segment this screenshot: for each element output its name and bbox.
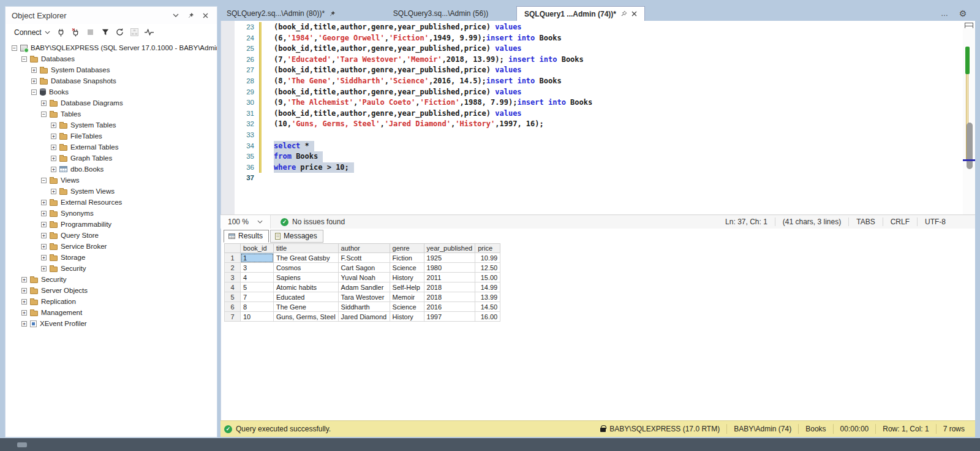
expand-icon[interactable]: +	[31, 67, 37, 73]
grid-cell[interactable]: Cosmos	[274, 263, 339, 273]
grid-cell[interactable]: Atomic habits	[274, 282, 339, 292]
zoom-select[interactable]: 100 %	[221, 215, 271, 229]
collapse-icon[interactable]: −	[31, 89, 37, 95]
expand-icon[interactable]: +	[21, 299, 27, 305]
code-line[interactable]: 24(6,'1984','George Orwell','Fiction',19…	[221, 33, 962, 44]
indent-mode[interactable]: TABS	[848, 218, 882, 226]
expand-icon[interactable]: +	[41, 100, 47, 106]
table-row[interactable]: 710Guns, Germs, SteelJared DiamondHistor…	[225, 312, 500, 322]
code-line[interactable]: 34select *	[221, 141, 962, 152]
filter-icon[interactable]	[99, 27, 111, 38]
tree-item[interactable]: +Service Broker	[6, 241, 217, 252]
code-line[interactable]: 37	[221, 173, 962, 184]
row-header[interactable]: 7	[225, 312, 241, 322]
encoding[interactable]: UTF-8	[917, 218, 953, 226]
disconnect-icon[interactable]	[70, 27, 82, 38]
grid-cell[interactable]: Educated	[274, 292, 339, 302]
tree-item[interactable]: +Graph Tables	[6, 153, 217, 164]
code-line[interactable]: 25(book_id,title,author,genre,year_publi…	[221, 44, 962, 55]
grid-cell[interactable]: Siddharth	[338, 302, 390, 312]
grid-cell[interactable]: The Gene	[274, 302, 339, 312]
tree-item[interactable]: +System Tables	[6, 119, 217, 131]
table-row[interactable]: 11The Great GatsbyF.ScottFiction192510.9…	[225, 253, 500, 263]
tree-item[interactable]: +Server Objects	[6, 285, 217, 296]
expand-icon[interactable]: +	[51, 189, 56, 194]
expand-icon[interactable]: +	[41, 244, 47, 249]
code-line[interactable]: 27(book_id,title,author,genre,year_publi…	[221, 65, 962, 76]
tree-item[interactable]: +Security	[6, 263, 217, 274]
close-tab-icon[interactable]	[631, 11, 637, 17]
code-line[interactable]: 26(7,'Educated','Tara Westover','Memoir'…	[221, 55, 962, 66]
grid-cell[interactable]: 7	[241, 292, 274, 302]
expand-icon[interactable]: +	[41, 266, 47, 271]
grid-cell[interactable]: 15.00	[475, 273, 500, 282]
expand-icon[interactable]: +	[21, 310, 27, 316]
code-line[interactable]: 30(9,'The Alchemist','Paulo Coeto','Fict…	[221, 97, 962, 108]
row-header[interactable]: 5	[225, 292, 241, 302]
pin-icon[interactable]	[329, 10, 336, 17]
tree-item[interactable]: +Storage	[6, 252, 217, 263]
grid-cell[interactable]: 1	[241, 253, 274, 263]
collapse-icon[interactable]: −	[41, 178, 47, 183]
pin-icon[interactable]	[185, 10, 196, 21]
expand-icon[interactable]: +	[41, 200, 47, 205]
code-line[interactable]: 32(10,'Guns, Germs, Steel','Jared Diamon…	[221, 119, 962, 130]
tree-item[interactable]: +External Tables	[6, 142, 217, 153]
tree-item[interactable]: +System Views	[6, 186, 217, 197]
grid-cell[interactable]: 14.99	[475, 282, 500, 292]
grid-cell[interactable]: 10.99	[475, 253, 500, 263]
grid-cell[interactable]: Fiction	[390, 253, 424, 263]
grid-cell[interactable]: Cart Sagon	[338, 263, 390, 273]
line-endings[interactable]: CRLF	[883, 218, 917, 226]
table-row[interactable]: 23CosmosCart SagonScience198012.50	[225, 263, 500, 273]
tab-sqlquery1-active[interactable]: SQLQuery1 ...Admin (74))*	[516, 6, 645, 21]
code-line[interactable]: 35from Books	[221, 151, 962, 162]
tree-item[interactable]: +Database Diagrams	[6, 97, 217, 108]
sql-editor[interactable]: 23(book_id,title,author,genre,year_publi…	[221, 21, 975, 214]
collapse-icon[interactable]: −	[41, 112, 47, 117]
tree-item[interactable]: +Synonyms	[6, 208, 217, 219]
grid-cell[interactable]: 2016	[424, 302, 475, 312]
code-line[interactable]: 23(book_id,title,author,genre,year_publi…	[221, 22, 962, 33]
scrollbar-thumb[interactable]	[967, 123, 973, 169]
activity-monitor-icon[interactable]	[143, 27, 156, 38]
column-header[interactable]: title	[274, 244, 339, 253]
taskbar-app-icon[interactable]	[17, 442, 27, 447]
corner-cell[interactable]	[225, 244, 241, 253]
grid-cell[interactable]: 3	[241, 263, 274, 273]
grid-cell[interactable]: F.Scott	[338, 253, 390, 263]
code-line[interactable]: 29(book_id,title,author,genre,year_publi…	[221, 87, 962, 98]
editor-scrollbar[interactable]	[963, 28, 975, 214]
tree-item[interactable]: +Query Store	[6, 230, 217, 241]
expand-icon[interactable]: +	[21, 288, 27, 294]
grid-cell[interactable]: Adam Sandler	[338, 282, 390, 292]
window-position-icon[interactable]	[170, 10, 181, 21]
tree-item[interactable]: +Management	[6, 307, 217, 318]
grid-cell[interactable]: 1980	[424, 263, 475, 273]
grid-cell[interactable]: Jared Diamond	[338, 312, 390, 322]
expand-icon[interactable]: +	[21, 321, 27, 327]
code-line[interactable]: 36where price > 10;	[221, 162, 962, 173]
code-area[interactable]: 23(book_id,title,author,genre,year_publi…	[221, 22, 962, 184]
row-header[interactable]: 4	[225, 282, 241, 292]
column-header[interactable]: author	[338, 244, 390, 253]
tree-item[interactable]: −Views	[6, 175, 217, 186]
tree-item[interactable]: −Books	[6, 86, 217, 97]
grid-cell[interactable]: 10	[241, 312, 274, 322]
collapse-icon[interactable]: −	[21, 56, 27, 62]
tab-sqlquery2[interactable]: SQLQuery2.sq...\Admin (80))*	[221, 6, 343, 21]
code-line[interactable]: 31(book_id,title,author,genre,year_publi…	[221, 108, 962, 119]
grid-cell[interactable]: 8	[241, 302, 274, 312]
grid-cell[interactable]: Memoir	[390, 292, 424, 302]
code-line[interactable]: 33	[221, 130, 962, 141]
table-row[interactable]: 68The GeneSiddharthScience201614.50	[225, 302, 500, 312]
column-header[interactable]: genre	[390, 244, 424, 253]
column-header[interactable]: price	[475, 244, 500, 253]
grid-cell[interactable]: History	[390, 312, 424, 322]
column-header[interactable]: year_published	[424, 244, 475, 253]
grid-cell[interactable]: 5	[241, 282, 274, 292]
row-header[interactable]: 6	[225, 302, 241, 312]
connect-object-icon[interactable]	[55, 27, 67, 38]
grid-header[interactable]: book_idtitleauthorgenreyear_publishedpri…	[225, 244, 500, 253]
grid-cell[interactable]: The Great Gatsby	[274, 253, 339, 263]
